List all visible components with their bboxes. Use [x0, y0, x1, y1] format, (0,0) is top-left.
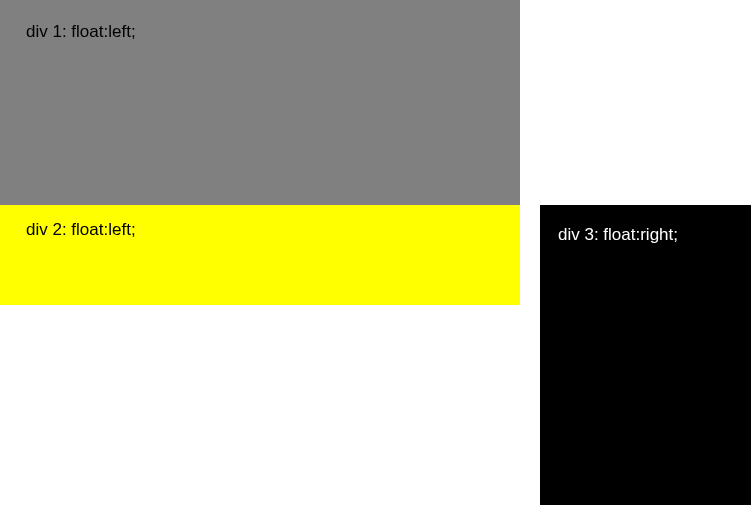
box-2-label: div 2: float:left;: [26, 220, 136, 239]
box-3-label: div 3: float:right;: [558, 225, 678, 244]
float-demo-box-3: div 3: float:right;: [540, 205, 751, 505]
box-1-label: div 1: float:left;: [26, 22, 136, 41]
float-demo-box-2: div 2: float:left;: [0, 205, 520, 305]
float-demo-box-1: div 1: float:left;: [0, 0, 520, 205]
